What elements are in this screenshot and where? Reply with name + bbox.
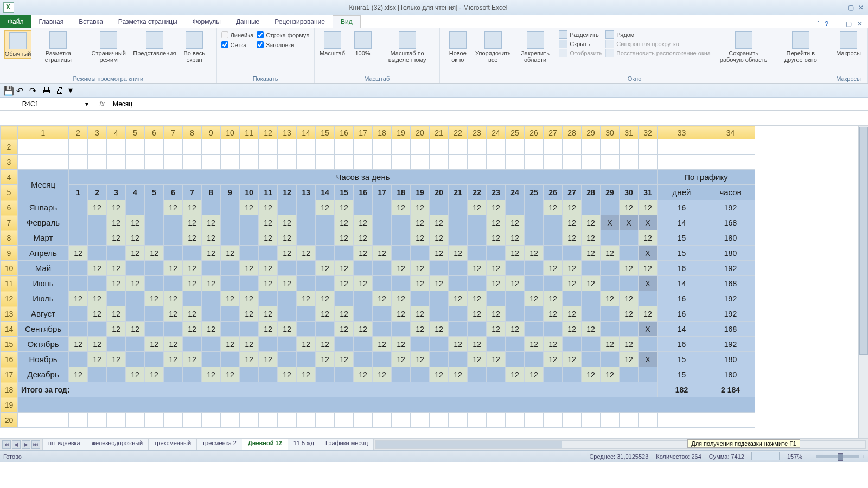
cell[interactable]: 12 [335,352,354,367]
cell[interactable] [202,337,221,352]
cell[interactable] [145,352,164,367]
row-header[interactable]: 8 [1,230,18,246]
inner-min-icon[interactable]: — [834,20,840,28]
cell[interactable] [278,291,297,306]
cell[interactable] [582,261,601,276]
cell[interactable] [411,291,430,306]
cell[interactable] [620,139,639,155]
column-header[interactable]: 28 [563,126,582,139]
cell[interactable]: 12 [411,322,430,337]
cell[interactable]: 12 [468,291,487,306]
cell[interactable]: дней [658,185,706,200]
cell[interactable]: 12 [145,337,164,352]
column-header[interactable]: 21 [430,126,449,139]
cell[interactable] [392,413,411,428]
cell[interactable] [126,306,145,322]
cell[interactable]: 12 [202,246,221,261]
cell[interactable]: 3 [107,185,126,200]
cell-month[interactable]: Март [18,230,69,246]
cell[interactable]: 12 [487,306,506,322]
cell[interactable] [563,246,582,261]
cell[interactable] [335,413,354,428]
zoom-100-button[interactable]: 100% [349,30,376,57]
sheet-tab[interactable]: 11,5 жд [288,439,320,450]
cell[interactable] [164,139,183,155]
cell[interactable] [354,352,373,367]
cell[interactable] [69,352,88,367]
cell[interactable]: 12 [202,367,221,382]
column-header[interactable]: 24 [487,126,506,139]
cell[interactable] [278,261,297,276]
zoom-level[interactable]: 157% [787,453,802,460]
cell[interactable] [449,413,468,428]
cell[interactable]: 12 [145,246,164,261]
cell[interactable]: 12 [107,230,126,246]
cell-month[interactable]: Август [18,306,69,322]
cell[interactable] [107,246,126,261]
cell[interactable] [487,139,506,155]
cell[interactable]: 25 [525,185,544,200]
cell[interactable]: 31 [639,185,658,200]
cell[interactable] [183,139,202,155]
cell[interactable] [525,352,544,367]
cell[interactable] [316,215,335,230]
cell[interactable]: 12 [601,337,620,352]
cell[interactable]: 12 [525,246,544,261]
cell[interactable] [373,306,392,322]
cell[interactable] [240,276,259,291]
inner-close-icon[interactable]: ✕ [857,20,863,28]
cell[interactable]: 12 [354,246,373,261]
cell[interactable]: 12 [506,367,525,382]
cell-days[interactable]: 14 [658,215,706,230]
cell[interactable] [240,230,259,246]
cell[interactable]: часов [706,185,755,200]
cell[interactable]: 12 [449,246,468,261]
column-header[interactable]: 7 [164,126,183,139]
cell-month[interactable]: Октябрь [18,337,69,352]
cell[interactable] [202,306,221,322]
cell[interactable]: 12 [183,322,202,337]
cell[interactable]: 12 [240,352,259,367]
cell[interactable] [449,215,468,230]
cell[interactable] [202,291,221,306]
cell[interactable]: X [639,215,658,230]
cell[interactable]: 21 [449,185,468,200]
cell[interactable] [221,200,240,215]
cell-hours[interactable]: 192 [706,291,755,306]
cell[interactable] [449,322,468,337]
cell[interactable] [506,413,525,428]
cell[interactable] [506,352,525,367]
cell[interactable] [354,200,373,215]
cell[interactable]: 12 [487,261,506,276]
cell[interactable]: 12 [202,322,221,337]
cell[interactable]: 12 [183,200,202,215]
cell[interactable] [164,413,183,428]
cell[interactable] [601,261,620,276]
cell[interactable] [316,246,335,261]
cell[interactable] [297,322,316,337]
cell[interactable]: 29 [601,185,620,200]
cell[interactable]: 12 [373,291,392,306]
cell[interactable] [544,413,563,428]
cell[interactable]: 12 [449,367,468,382]
cell[interactable]: 12 [620,200,639,215]
cell[interactable] [221,139,240,155]
cell-hours[interactable]: 192 [706,337,755,352]
switch-window-button[interactable]: Перейти в другое окно [776,30,825,64]
column-header[interactable]: 22 [449,126,468,139]
cell[interactable]: 12 [183,276,202,291]
fx-icon[interactable]: fx [92,100,112,108]
cell[interactable]: 12 [259,352,278,367]
cell[interactable] [430,261,449,276]
cell[interactable]: 12 [107,276,126,291]
cell[interactable]: 5 [145,185,164,200]
cell[interactable] [468,276,487,291]
cell[interactable] [392,246,411,261]
cell[interactable] [202,155,221,170]
cell[interactable]: 12 [221,367,240,382]
cell[interactable] [297,139,316,155]
cell[interactable] [658,155,706,170]
cell[interactable] [278,413,297,428]
cell[interactable] [620,246,639,261]
cell[interactable]: 12 [373,246,392,261]
